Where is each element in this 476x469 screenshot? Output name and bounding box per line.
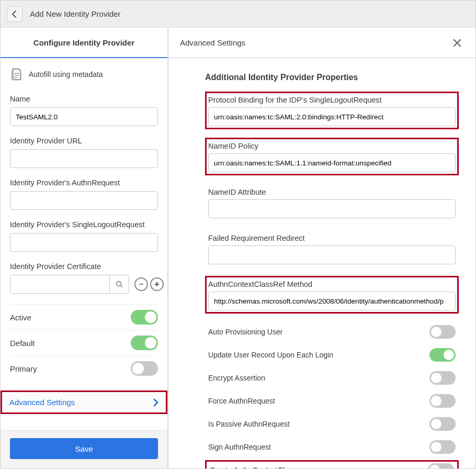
sign-authn-toggle[interactable] [429,440,456,454]
left-panel: Configure Identity Provider Autofill usi… [1,28,168,468]
authn-request-input[interactable] [10,191,158,210]
name-label: Name [10,95,158,103]
primary-label: Primary [10,364,37,373]
close-button[interactable] [450,36,464,50]
add-cert-button[interactable] [150,277,164,291]
active-toggle[interactable] [131,310,158,325]
idp-cert-input[interactable] [10,275,109,294]
failed-redirect-label: Failed Requirement Redirect [208,233,456,242]
right-panel: Advanced Settings Additional Identity Pr… [168,28,475,468]
is-passive-label: Is Passive AuthnRequest [208,420,290,428]
idp-cert-search-button[interactable] [109,275,129,294]
nameid-attr-input[interactable] [208,199,456,218]
name-input[interactable] [10,107,158,126]
nameid-policy-label: NameID Policy [208,141,456,150]
default-label: Default [10,339,35,348]
remove-cert-button[interactable] [134,277,148,291]
advanced-settings-label: Advanced Settings [9,398,75,407]
save-button[interactable]: Save [10,438,158,459]
nameid-attr-label: NameID Attribute [208,187,456,196]
encrypt-assertion-label: Encrypt Assertion [208,374,265,382]
idp-cert-label: Identity Provider Certificate [10,262,158,271]
close-icon [452,38,462,48]
additional-properties-heading: Additional Identity Provider Properties [205,73,459,82]
advanced-settings-link[interactable]: Advanced Settings [1,390,167,414]
auto-provision-toggle[interactable] [429,325,456,339]
auto-provision-label: Auto Provisioning User [208,328,282,336]
slo-request-label: Identity Provider's SingleLogoutRequest [10,220,158,229]
protocol-binding-input[interactable] [208,107,456,126]
encrypt-assertion-toggle[interactable] [429,371,456,385]
authn-request-label: Identity Provider's AuthnRequest [10,178,158,187]
search-icon [116,281,123,288]
active-label: Active [10,313,31,322]
document-icon [10,68,24,81]
autofill-label: Autofill using metadata [29,70,103,79]
idp-url-input[interactable] [10,149,158,168]
force-authn-label: Force AuthnRequest [208,397,275,405]
update-record-label: Update User Record Upon Each Login [208,351,333,359]
sign-authn-label: Sign AuthnRequest [208,443,271,451]
minus-icon [138,281,144,287]
topbar: Add New Identity Provider [1,1,475,28]
protocol-binding-label: Protocol Binding for the IDP's SingleLog… [208,95,456,104]
update-record-toggle[interactable] [429,348,456,362]
authn-ctx-method-label: AuthnContextClassRef Method [208,279,456,288]
chevron-left-icon [12,10,18,18]
slo-request-input[interactable] [10,233,158,252]
idp-url-label: Identity Provider URL [10,137,158,145]
force-authn-toggle[interactable] [429,394,456,408]
chevron-right-icon [153,398,158,407]
is-passive-toggle[interactable] [429,417,456,431]
tab-label: Configure Identity Provider [33,38,134,47]
default-toggle[interactable] [131,336,158,350]
advanced-settings-title: Advanced Settings [180,38,245,47]
autofill-metadata-action[interactable]: Autofill using metadata [10,68,158,81]
primary-toggle[interactable] [131,361,158,376]
create-ctx-toggle[interactable] [428,463,454,468]
failed-redirect-input[interactable] [208,245,456,264]
back-button[interactable] [7,6,22,22]
create-ctx-label: Create AuthnContextClass [210,466,296,468]
tab-configure-idp[interactable]: Configure Identity Provider [1,28,167,58]
page-title: Add New Identity Provider [30,9,120,18]
nameid-policy-input[interactable] [208,153,456,172]
authn-ctx-method-input[interactable] [208,292,456,310]
plus-icon [154,281,160,287]
svg-point-0 [117,282,121,286]
